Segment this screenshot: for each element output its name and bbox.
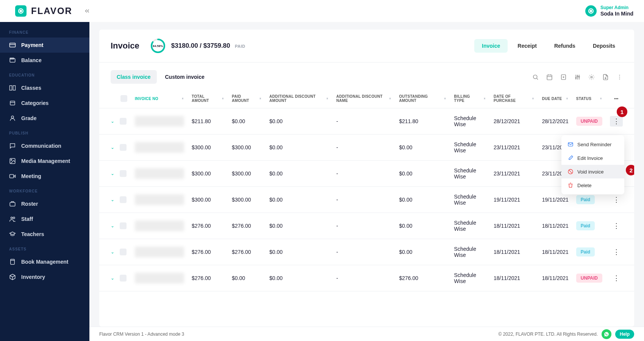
- dropdown-item-void-invoice[interactable]: Void invoice: [561, 165, 624, 178]
- subtab-class-invoice[interactable]: Class invoice: [111, 70, 157, 84]
- column-header[interactable]: BILLING TYPE▲▼: [450, 89, 490, 108]
- total-amount-cell: $276.00: [188, 265, 228, 291]
- row-actions-dropdown: Send ReminderEdit InvoiceVoid invoiceDel…: [561, 135, 624, 194]
- settings-icon[interactable]: [588, 74, 595, 80]
- sidebar-item-media-management[interactable]: Media Management: [0, 153, 89, 169]
- expand-row-icon[interactable]: ⌄: [111, 145, 114, 150]
- sidebar-item-grade[interactable]: Grade: [0, 111, 89, 126]
- expand-row-icon[interactable]: ⌄: [111, 223, 114, 228]
- book-icon: [9, 258, 16, 265]
- profile[interactable]: Super Admin Soda In Mind: [585, 5, 633, 17]
- sliders-icon[interactable]: [574, 74, 581, 80]
- dropdown-item-edit-invoice[interactable]: Edit Invoice: [561, 151, 624, 165]
- svg-point-25: [619, 75, 620, 75]
- paid-tag: PAID: [235, 44, 245, 48]
- column-header[interactable]: ADDITIONAL DISCOUNT AMOUNT▲▼: [266, 89, 333, 108]
- row-checkbox[interactable]: [120, 144, 127, 151]
- discount-amount-cell: $0.00: [266, 135, 333, 161]
- sidebar-item-book-management[interactable]: Book Management: [0, 254, 89, 269]
- user-icon: [9, 115, 16, 122]
- select-all-checkbox[interactable]: [120, 95, 127, 102]
- column-header[interactable]: DUE DATE▲▼: [538, 89, 572, 108]
- expand-row-icon[interactable]: ⌄: [111, 119, 114, 124]
- credit-card-icon: [9, 42, 16, 48]
- more-icon[interactable]: [616, 74, 623, 80]
- row-more-button[interactable]: ⋮: [610, 116, 623, 127]
- row-checkbox[interactable]: [120, 196, 127, 203]
- column-header[interactable]: TOTAL AMOUNT▲▼: [188, 89, 228, 108]
- row-more-button[interactable]: ⋮: [613, 196, 620, 203]
- briefcase-icon: [9, 200, 16, 207]
- tab-receipt[interactable]: Receipt: [510, 39, 544, 53]
- outstanding-cell: $0.00: [395, 161, 450, 187]
- row-more-button[interactable]: ⋮: [613, 274, 620, 282]
- box-icon: [9, 274, 16, 280]
- row-checkbox[interactable]: [120, 222, 127, 229]
- row-more-button[interactable]: ⋮: [613, 248, 620, 256]
- column-header[interactable]: INVOICE NO▲▼: [131, 89, 188, 108]
- tab-invoice[interactable]: Invoice: [474, 39, 508, 53]
- dropdown-item-label: Delete: [577, 183, 592, 188]
- sidebar-item-staff[interactable]: Staff: [0, 211, 89, 227]
- status-badge: Paid: [576, 221, 595, 230]
- book-open-icon: [9, 84, 16, 91]
- sidebar-item-label: Grade: [21, 115, 36, 121]
- sidebar-item-categories[interactable]: Categories: [0, 95, 89, 111]
- sidebar-item-label: Payment: [21, 42, 43, 48]
- invoice-no-redacted: [135, 116, 184, 127]
- column-header[interactable]: ADDITIONAL DISCOUNT NAME▲▼: [333, 89, 395, 108]
- expand-row-icon[interactable]: ⌄: [111, 197, 114, 202]
- row-checkbox[interactable]: [120, 249, 127, 255]
- whatsapp-button[interactable]: [602, 329, 611, 339]
- sidebar-collapse-button[interactable]: [84, 8, 91, 14]
- sidebar-item-teachers[interactable]: Teachers: [0, 227, 89, 242]
- expand-row-icon[interactable]: ⌄: [111, 275, 114, 281]
- total-amount-cell: $300.00: [188, 187, 228, 213]
- svg-point-26: [619, 77, 620, 77]
- export-icon[interactable]: [602, 74, 609, 80]
- dropdown-item-delete[interactable]: Delete: [561, 178, 624, 192]
- tab-deposits[interactable]: Deposits: [585, 39, 623, 53]
- sidebar-item-meeting[interactable]: Meeting: [0, 169, 89, 184]
- column-header[interactable]: OUTSTANDING AMOUNT▲▼: [395, 89, 450, 108]
- column-header[interactable]: DATE OF PURCHASE▲▼: [490, 89, 538, 108]
- row-checkbox[interactable]: [120, 118, 127, 125]
- invoice-no-redacted: [135, 194, 184, 205]
- expand-row-icon[interactable]: ⌄: [111, 249, 114, 255]
- outstanding-cell: $0.00: [395, 187, 450, 213]
- date-of-purchase-cell: 23/11/2021: [490, 135, 538, 161]
- calendar-icon[interactable]: [546, 74, 553, 80]
- mail-icon: [567, 141, 574, 147]
- tab-refunds[interactable]: Refunds: [547, 39, 583, 53]
- column-header[interactable]: PAID AMOUNT▲▼: [228, 89, 266, 108]
- help-button[interactable]: Help: [615, 330, 634, 339]
- search-icon[interactable]: [532, 74, 539, 80]
- row-checkbox[interactable]: [120, 170, 127, 177]
- outstanding-cell: $0.00: [395, 239, 450, 265]
- sidebar-item-inventory[interactable]: Inventory: [0, 269, 89, 285]
- sidebar-item-balance[interactable]: Balance: [0, 53, 89, 68]
- column-header[interactable]: STATUS▲▼: [572, 89, 606, 108]
- sidebar-item-roster[interactable]: Roster: [0, 196, 89, 211]
- svg-point-8: [11, 116, 14, 118]
- subtab-custom-invoice[interactable]: Custom invoice: [159, 70, 211, 84]
- billing-type-cell: Schedule Wise: [450, 239, 490, 265]
- profile-name: Soda In Mind: [600, 11, 633, 17]
- card-header: Invoice 84.58% $31: [99, 30, 634, 63]
- sidebar-item-communication[interactable]: Communication: [0, 138, 89, 153]
- progress-percent: 84.58%: [153, 44, 163, 48]
- sidebar-item-payment[interactable]: Payment: [0, 38, 89, 53]
- page-title: Invoice: [111, 41, 139, 51]
- message-icon: [9, 142, 16, 149]
- invoice-no-redacted: [135, 247, 184, 257]
- dropdown-item-send-reminder[interactable]: Send Reminder: [561, 138, 624, 151]
- add-doc-icon[interactable]: [560, 74, 567, 80]
- columns-config-icon[interactable]: •••: [614, 97, 618, 101]
- discount-name-cell: -: [333, 239, 395, 265]
- expand-row-icon[interactable]: ⌄: [111, 171, 114, 176]
- row-checkbox[interactable]: [120, 275, 127, 282]
- row-more-button[interactable]: ⋮: [613, 222, 620, 230]
- sidebar-item-classes[interactable]: Classes: [0, 80, 89, 95]
- outstanding-cell: $276.00: [395, 265, 450, 291]
- svg-point-1: [20, 10, 22, 12]
